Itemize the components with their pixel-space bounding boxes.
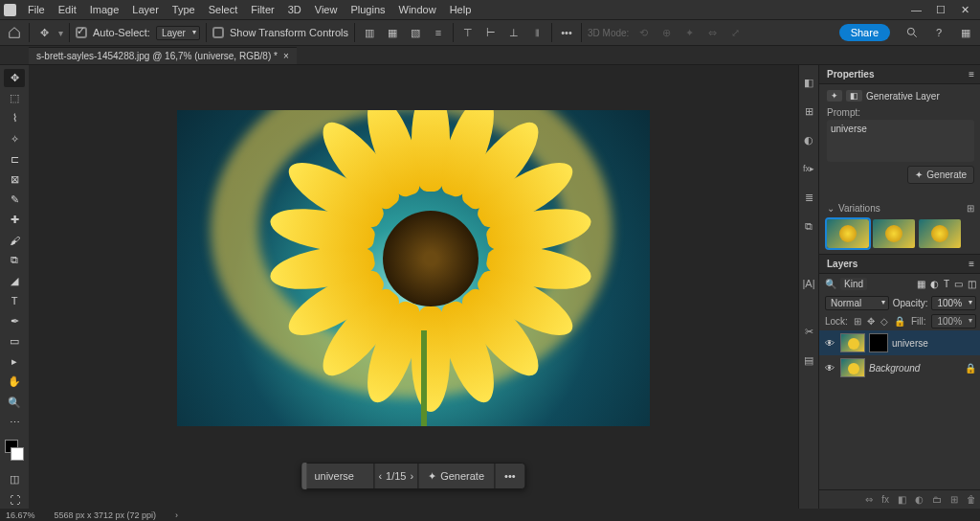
blend-mode-select[interactable]: Normal [825,296,889,310]
adjust-panel-icon[interactable]: ◐ [799,130,818,149]
filter-adjust-icon[interactable]: ◐ [930,279,939,289]
menu-image[interactable]: Image [84,2,125,17]
gen-next-icon[interactable]: › [410,470,413,482]
link-layers-icon[interactable]: ⇔ [865,494,873,505]
menu-select[interactable]: Select [203,2,244,17]
prompt-textarea[interactable]: universe [827,120,974,162]
menu-layer[interactable]: Layer [126,2,165,17]
maximize-icon[interactable]: ☐ [930,2,944,18]
layer-row-background[interactable]: 👁 Background 🔒 [819,355,980,380]
fx-panel-icon[interactable]: fx▸ [799,159,818,178]
doc-dimensions[interactable]: 5568 px x 3712 px (72 ppi) [55,510,157,520]
group-icon[interactable]: 🗀 [932,494,942,505]
marquee-tool[interactable]: ⬚ [4,89,25,107]
filter-shape-icon[interactable]: ▭ [954,279,963,289]
chevron-down-icon[interactable]: ⌄ [827,203,835,214]
filter-smart-icon[interactable]: ◫ [968,279,976,289]
menu-plugins[interactable]: Plugins [345,2,390,17]
layer-thumb[interactable] [840,358,865,377]
document-canvas[interactable] [177,110,650,426]
delete-layer-icon[interactable]: 🗑 [967,494,976,505]
stamp-tool[interactable]: ⧉ [4,251,25,269]
zoom-level[interactable]: 16.67% [6,510,35,520]
wand-tool[interactable]: ✧ [4,129,25,147]
menu-view[interactable]: View [309,2,344,17]
layer-thumb[interactable] [840,333,865,352]
filter-pixel-icon[interactable]: ▦ [917,279,925,289]
help-icon[interactable]: ? [930,24,947,41]
home-icon[interactable] [6,24,23,41]
layer-name[interactable]: Background [869,363,920,374]
align-left-icon[interactable]: ▥ [361,24,378,41]
swatches-panel-icon[interactable]: ⊞ [799,102,818,121]
variation-thumb-2[interactable] [873,219,915,248]
search-icon[interactable] [903,24,921,41]
layers-panel-icon[interactable]: ≣ [799,188,818,207]
lock-all-icon[interactable]: ⊞ [854,316,861,327]
gradient-tool[interactable]: ◢ [4,272,25,290]
layer-mask-thumb[interactable] [869,333,888,352]
menu-edit[interactable]: Edit [53,2,82,17]
filter-type-icon[interactable]: T [944,279,949,289]
variation-thumb-3[interactable] [919,219,961,248]
align-right-icon[interactable]: ▧ [407,24,424,41]
share-button[interactable]: Share [839,24,890,41]
more-align-icon[interactable]: ••• [558,24,575,41]
screenmode-tool[interactable]: ⛶ [4,490,25,509]
visibility-icon[interactable]: 👁 [825,363,836,374]
menu-filter[interactable]: Filter [245,2,279,17]
shape-tool[interactable]: ▭ [4,332,25,351]
status-chevron-icon[interactable]: › [175,510,178,520]
menu-file[interactable]: File [22,2,51,17]
frame-tool[interactable]: ⊠ [4,170,25,189]
layer-name[interactable]: universe [892,338,928,349]
tab-close-icon[interactable]: × [283,51,289,61]
quickmask-tool[interactable]: ◫ [4,470,25,488]
auto-select-target[interactable]: Layer [156,26,200,40]
align-top-icon[interactable]: ⊤ [459,24,477,41]
align-bot-icon[interactable]: ⊥ [505,24,523,41]
color-panel-icon[interactable]: ◧ [799,73,818,92]
color-swatches[interactable] [5,440,24,461]
new-layer-icon[interactable]: ⊞ [950,494,958,505]
glyphs-panel-icon[interactable]: |A| [799,274,818,293]
adjustment-layer-icon[interactable]: ◐ [915,494,924,505]
move-tool-icon[interactable]: ✥ [35,24,53,41]
gen-prompt-input[interactable] [306,470,373,482]
variation-thumb-1[interactable] [827,219,869,248]
lasso-tool[interactable]: ⌇ [4,109,25,127]
brush-tool[interactable]: 🖌 [4,231,25,249]
crop-tool[interactable]: ⊏ [4,150,25,169]
layer-mask-icon[interactable]: ◧ [898,494,906,505]
minimize-icon[interactable]: — [905,2,919,18]
document-tab[interactable]: s-brett-sayles-1454288.jpg @ 16,7% (univ… [29,47,297,64]
opacity-value[interactable]: 100% [931,296,976,310]
zoom-tool[interactable]: 🔍 [4,394,25,412]
layer-row-universe[interactable]: 👁 universe [819,330,980,355]
align-center-icon[interactable]: ▦ [384,24,401,41]
layer-filter-kind[interactable]: Kind [840,278,867,290]
lock-icon[interactable]: 🔒 [965,363,976,374]
grid-view-icon[interactable]: ⊞ [967,203,974,214]
menu-help[interactable]: Help [444,2,478,17]
canvas-area[interactable]: ‹ 1/15 › ✦ Generate ••• [29,65,798,509]
auto-select-checkbox[interactable] [76,27,87,38]
generate-button[interactable]: ✦ Generate [417,464,494,488]
visibility-icon[interactable]: 👁 [825,338,836,349]
panel-menu-icon[interactable]: ≡ [969,69,974,79]
menu-type[interactable]: Type [167,2,201,17]
layers-panel-header[interactable]: Layers ≡ [819,255,980,274]
pen-tool[interactable]: ✒ [4,312,25,330]
heal-tool[interactable]: ✚ [4,211,25,229]
distribute-v-icon[interactable]: ⫴ [528,24,546,41]
panel-menu-icon[interactable]: ≡ [969,259,974,269]
lock-pix-icon[interactable]: ◇ [880,316,888,327]
show-transform-checkbox[interactable] [212,27,224,38]
distribute-icon[interactable]: ≡ [430,24,447,41]
properties-generate-button[interactable]: ✦ Generate [907,166,974,184]
workspace-icon[interactable]: ▦ [957,24,974,41]
edit-toolbar[interactable]: ⋯ [4,414,25,432]
properties-panel-header[interactable]: Properties ≡ [819,65,980,84]
hand-tool[interactable]: ✋ [4,373,25,391]
lock-pos-icon[interactable]: ✥ [867,316,875,327]
